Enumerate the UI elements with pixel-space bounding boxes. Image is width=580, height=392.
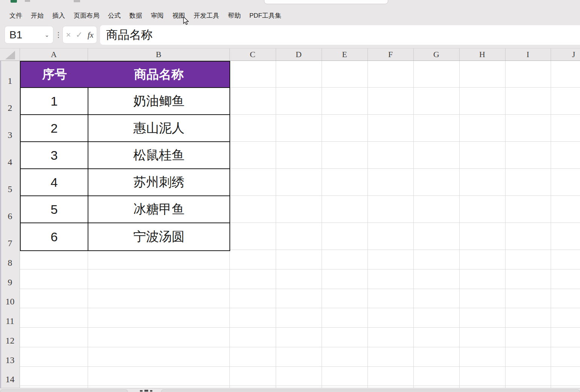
menu-page-layout[interactable]: 页面布局 — [74, 11, 99, 20]
row-header-6[interactable]: 6 — [0, 209, 20, 223]
sheet-grid[interactable]: 1234567891011121314 序号 商品名称 1奶油鲫鱼2惠山泥人3松… — [0, 61, 580, 388]
row-header-1[interactable]: 1 — [0, 74, 20, 88]
column-header-G[interactable]: G — [413, 48, 459, 61]
row-header-13[interactable]: 13 — [0, 353, 20, 367]
column-header-H[interactable]: H — [459, 48, 505, 61]
column-header-I[interactable]: I — [505, 48, 551, 61]
row-header-2[interactable]: 2 — [0, 101, 20, 115]
product-table: 序号 商品名称 1奶油鲫鱼2惠山泥人3松鼠桂鱼4苏州刺绣5冰糖甲鱼6宁波汤圆 — [20, 61, 230, 251]
column-header-J[interactable]: J — [551, 48, 580, 61]
table-header-row[interactable]: 序号 商品名称 — [21, 62, 229, 88]
cell-A2[interactable]: 1 — [21, 88, 88, 114]
cancel-icon[interactable]: × — [66, 31, 71, 39]
menu-view[interactable]: 视图 — [172, 11, 185, 20]
ribbon-menubar: 文件 开始 插入 页面布局 公式 数据 审阅 视图 开发工具 帮助 PDF工具集 — [0, 9, 580, 22]
cell-A7[interactable]: 6 — [21, 223, 88, 250]
formula-bar-value: 商品名称 — [106, 27, 153, 43]
column-separator — [551, 48, 551, 61]
cell-B5[interactable]: 苏州刺绣 — [88, 169, 229, 195]
tab-strip-right[interactable] — [161, 389, 580, 392]
row-header-9[interactable]: 9 — [0, 275, 20, 289]
menu-formulas[interactable]: 公式 — [108, 11, 121, 20]
name-box-value: B1 — [9, 29, 22, 41]
row-header-10[interactable]: 10 — [0, 294, 20, 308]
column-separator — [276, 48, 276, 61]
row-header-5[interactable]: 5 — [0, 182, 20, 196]
confirm-icon[interactable]: ✓ — [76, 31, 82, 39]
column-header-D[interactable]: D — [276, 48, 322, 61]
column-header-B[interactable]: B — [88, 48, 229, 61]
table-row: 6宁波汤圆 — [21, 223, 229, 250]
quick-access-icon — [74, 0, 80, 2]
table-row: 1奶油鲫鱼 — [21, 88, 229, 115]
cell-B3[interactable]: 惠山泥人 — [88, 115, 229, 141]
cell-A4[interactable]: 3 — [21, 142, 88, 168]
header-cell-no[interactable]: 序号 — [21, 62, 88, 87]
column-header-C[interactable]: C — [229, 48, 276, 61]
grip-dots-icon: ⋮ — [55, 26, 62, 44]
formula-bar[interactable]: 商品名称 — [100, 25, 580, 45]
column-separator — [367, 48, 368, 61]
gridline-vertical — [505, 61, 506, 388]
gridline-vertical — [459, 61, 460, 388]
sheet-tab-bar — [0, 388, 580, 392]
row-header-14[interactable]: 14 — [0, 372, 20, 386]
column-header-E[interactable]: E — [322, 48, 367, 61]
spreadsheet-app: 文件 开始 插入 页面布局 公式 数据 审阅 视图 开发工具 帮助 PDF工具集… — [0, 0, 580, 392]
gridline-vertical — [367, 61, 368, 388]
window-left-edge — [0, 61, 1, 388]
gridline-horizontal — [0, 386, 580, 386]
insert-function-icon[interactable]: fx — [88, 30, 94, 40]
tab-strip-left[interactable] — [0, 389, 128, 392]
cell-B7[interactable]: 宁波汤圆 — [88, 223, 229, 250]
cell-B4[interactable]: 松鼠桂鱼 — [88, 142, 229, 168]
menu-help[interactable]: 帮助 — [228, 11, 241, 20]
menu-home[interactable]: 开始 — [31, 11, 44, 20]
column-separator — [505, 48, 506, 61]
gridline-vertical — [276, 61, 276, 388]
column-header-row: ABCDEFGHIJ — [0, 48, 580, 61]
table-row: 5冰糖甲鱼 — [21, 196, 229, 223]
chevron-down-icon[interactable]: ⌄ — [44, 32, 49, 38]
cell-B2[interactable]: 奶油鲫鱼 — [88, 88, 229, 114]
row-header-4[interactable]: 4 — [0, 155, 20, 169]
row-header-11[interactable]: 11 — [0, 314, 20, 328]
column-separator — [322, 48, 322, 61]
row-header-12[interactable]: 12 — [0, 333, 20, 347]
menu-pdf-toolkit[interactable]: PDF工具集 — [249, 11, 281, 20]
column-header-A[interactable]: A — [20, 48, 88, 61]
cell-A6[interactable]: 5 — [21, 196, 88, 222]
quick-access-icon — [25, 0, 30, 2]
table-row: 4苏州刺绣 — [21, 169, 229, 196]
row-header-7[interactable]: 7 — [0, 236, 20, 250]
cell-A5[interactable]: 4 — [21, 169, 88, 195]
formula-row: B1 ⌄ ⋮ × ✓ fx 商品名称 — [0, 22, 580, 48]
name-box[interactable]: B1 ⌄ — [5, 26, 53, 44]
formula-buttons: × ✓ fx — [62, 26, 97, 44]
gridline-horizontal — [0, 327, 580, 328]
row-header-strip: 1234567891011121314 — [0, 61, 20, 388]
row-header-3[interactable]: 3 — [0, 128, 20, 142]
select-all-triangle-icon — [0, 48, 20, 61]
menu-data[interactable]: 数据 — [129, 11, 142, 20]
column-separator — [229, 48, 230, 61]
menu-developer[interactable]: 开发工具 — [194, 11, 219, 20]
menu-review[interactable]: 审阅 — [151, 11, 164, 20]
column-separator — [88, 48, 88, 61]
table-row: 2惠山泥人 — [21, 115, 229, 142]
search-input[interactable] — [264, 0, 388, 4]
column-separator — [459, 48, 460, 61]
column-header-F[interactable]: F — [367, 48, 413, 61]
menu-file[interactable]: 文件 — [9, 11, 22, 20]
cell-A3[interactable]: 2 — [21, 115, 88, 141]
row-header-8[interactable]: 8 — [0, 256, 20, 269]
gridline-vertical — [322, 61, 322, 388]
cell-B6[interactable]: 冰糖甲鱼 — [88, 196, 229, 222]
gridline-horizontal — [0, 269, 580, 269]
header-cell-name[interactable]: 商品名称 — [88, 62, 229, 87]
column-separator — [413, 48, 414, 61]
titlebar-strip — [0, 0, 580, 9]
select-all-corner[interactable] — [0, 48, 20, 61]
table-row: 3松鼠桂鱼 — [21, 142, 229, 169]
menu-insert[interactable]: 插入 — [52, 11, 65, 20]
